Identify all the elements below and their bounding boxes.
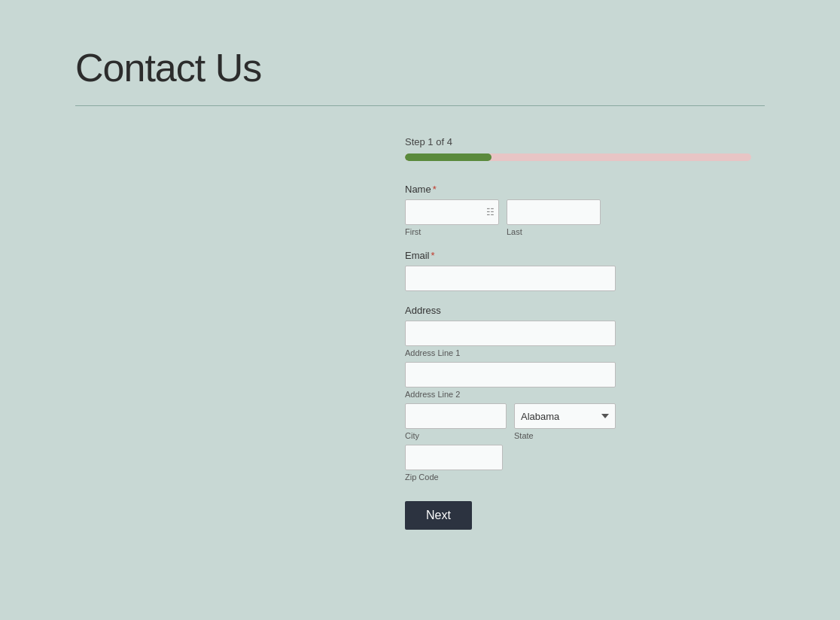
- last-name-input[interactable]: [507, 199, 601, 225]
- city-input[interactable]: [405, 403, 507, 429]
- state-select[interactable]: Alabama Alaska Arizona Arkansas Californ…: [514, 403, 616, 429]
- next-button[interactable]: Next: [405, 501, 472, 530]
- last-name-field: Last: [507, 199, 601, 236]
- name-row: ☷ First Last: [405, 199, 601, 236]
- last-name-sublabel: Last: [507, 227, 601, 236]
- address-line2-input[interactable]: [405, 362, 616, 388]
- step-label: Step 1 of 4: [405, 136, 601, 147]
- name-label: Name*: [405, 184, 601, 195]
- first-name-input-wrapper: ☷: [405, 199, 499, 225]
- address-line1-wrapper: Address Line 1: [405, 321, 601, 357]
- email-label: Email*: [405, 250, 601, 261]
- name-group: Name* ☷ First Last: [405, 184, 601, 236]
- contact-form: Name* ☷ First Last: [405, 184, 601, 530]
- name-required-star: *: [433, 184, 437, 195]
- address-group: Address Address Line 1 Address Line 2 Ci…: [405, 305, 601, 482]
- city-field: City: [405, 403, 507, 440]
- email-group: Email*: [405, 250, 601, 291]
- first-name-sublabel: First: [405, 227, 499, 236]
- city-state-row: City Alabama Alaska Arizona Arkansas Cal…: [405, 403, 616, 440]
- zip-input[interactable]: [405, 445, 503, 470]
- first-name-input[interactable]: [405, 199, 499, 225]
- progress-bar-fill: [405, 153, 492, 161]
- divider: [75, 105, 765, 106]
- address-line2-wrapper: Address Line 2: [405, 362, 601, 399]
- state-field: Alabama Alaska Arizona Arkansas Californ…: [514, 403, 616, 440]
- page-title: Contact Us: [75, 45, 765, 90]
- form-wrapper: Step 1 of 4 Name* ☷ First: [239, 136, 601, 530]
- first-name-field: ☷ First: [405, 199, 499, 236]
- state-sublabel: State: [514, 431, 616, 440]
- zip-sublabel: Zip Code: [405, 473, 601, 482]
- email-input[interactable]: [405, 266, 616, 291]
- progress-bar-container: [405, 153, 751, 161]
- address-label: Address: [405, 305, 601, 316]
- city-sublabel: City: [405, 431, 507, 440]
- zip-wrapper: Zip Code: [405, 445, 601, 482]
- address-line1-sublabel: Address Line 1: [405, 348, 601, 357]
- page-container: Contact Us Step 1 of 4 Name* ☷ Firs: [0, 0, 840, 575]
- address-line1-input[interactable]: [405, 321, 616, 346]
- email-required-star: *: [431, 250, 435, 261]
- address-line2-sublabel: Address Line 2: [405, 390, 601, 399]
